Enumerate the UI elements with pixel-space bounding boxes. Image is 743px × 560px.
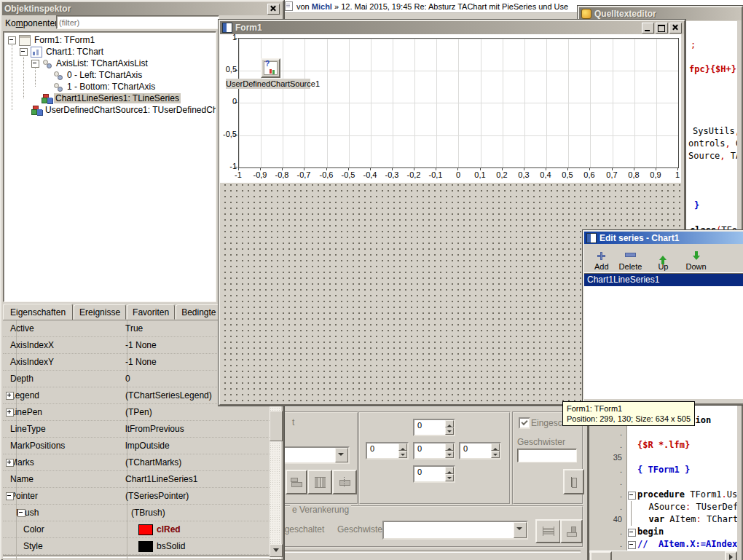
chart-control[interactable]: 1 0,5 0 -0,5 -1 -1 -0,9 -0,8 -0,7 -0,6 -… — [220, 34, 681, 183]
code-line: . — [584, 427, 737, 439]
collapse-minus-icon[interactable] — [31, 60, 39, 68]
property-row[interactable]: Marks(TChartMarks) — [3, 454, 270, 471]
x-tick-label: 0,5 — [556, 170, 579, 179]
tree-item-lineseries[interactable]: Chart1LineSeries1: TLineSeries — [4, 92, 216, 104]
close-icon[interactable] — [267, 4, 280, 15]
enabled-checkbox[interactable] — [519, 417, 530, 429]
series-list-item[interactable]: Chart1LineSeries1 — [584, 274, 743, 286]
form-title: Form1 — [235, 23, 262, 33]
component-tree[interactable]: Form1: TForm1 Chart1: TChart AxisList: T… — [3, 31, 216, 302]
code-line: .{ TForm1 } — [584, 464, 737, 476]
code-fragment: fpc}{$H+} — [689, 64, 736, 74]
y-tick-label: -0,5 — [221, 130, 237, 138]
spinner-up-icon[interactable] — [445, 443, 454, 451]
down-button[interactable]: Down — [683, 246, 709, 271]
collapse-minus-icon[interactable] — [20, 48, 28, 56]
x-tick-label: -1 — [227, 170, 250, 179]
align-hcenter-icon — [339, 477, 350, 487]
borderspace-around-spin[interactable]: 0 — [413, 442, 455, 460]
property-row[interactable]: Pointer(TSeriesPointer) — [3, 488, 270, 505]
property-row[interactable]: LinePen(TPen) — [3, 404, 270, 421]
spinner-down-icon[interactable] — [445, 474, 454, 481]
chartsource-label[interactable]: UserDefinedChartSource1 — [226, 79, 310, 89]
series-list[interactable]: Chart1LineSeries1 — [584, 273, 743, 399]
browser-tab-title[interactable]: von Michl » 12. Mai 2015, 19:45 Re: Abst… — [296, 2, 568, 11]
spinner-down-icon[interactable] — [445, 451, 454, 458]
anchor-align-button[interactable] — [332, 470, 357, 494]
tab-eigenschaften[interactable]: Eigenschaften — [3, 304, 73, 320]
edit-series-titlebar[interactable]: Edit series - Chart1 — [584, 232, 743, 244]
borderspace-bottom-spin[interactable]: 0 — [413, 465, 455, 483]
add-button[interactable]: Add — [591, 246, 612, 271]
delete-button[interactable]: Delete — [616, 246, 645, 271]
scroll-down-button[interactable] — [270, 544, 283, 557]
form-titlebar[interactable]: Form1 — [220, 21, 684, 34]
borderspace-top-spin[interactable]: 0 — [413, 419, 455, 436]
x-tick-label: -0,5 — [337, 170, 360, 179]
screen: von Michl » 12. Mai 2015, 19:45 Re: Abst… — [0, 0, 743, 560]
dropdown-arrow-icon[interactable] — [514, 522, 527, 538]
chartsource-component[interactable]: ? — [261, 58, 280, 78]
expand-plus-icon[interactable] — [6, 459, 14, 467]
scrollbar-thumb[interactable] — [270, 411, 283, 441]
anchor-align-button[interactable] — [535, 519, 561, 543]
scroll-right-button[interactable] — [725, 551, 737, 560]
y-tick-label: 0,5 — [221, 65, 237, 74]
spinner-up-icon[interactable] — [445, 420, 454, 427]
code-fragment: SysUtils, — [693, 126, 737, 136]
spinner-up-icon[interactable] — [491, 443, 500, 451]
collapse-minus-icon[interactable] — [17, 509, 25, 517]
tree-item-axis-bottom[interactable]: 1 - Bottom: TChartAxis — [4, 81, 216, 92]
expand-plus-icon[interactable] — [6, 392, 14, 400]
spinner-down-icon[interactable] — [491, 451, 500, 458]
maximize-icon[interactable] — [656, 23, 668, 33]
tree-item-form1[interactable]: Form1: TForm1 — [4, 34, 216, 46]
borderspace-left-spin[interactable]: 0 — [366, 442, 409, 460]
tree-item-axislist[interactable]: AxisList: TChartAxisList — [4, 58, 216, 69]
tree-item-chart1[interactable]: Chart1: TChart — [4, 46, 216, 58]
property-row[interactable]: LineTypeltFromPrevious — [3, 421, 270, 438]
borderspace-right-spin[interactable]: 0 — [459, 442, 501, 460]
property-row[interactable]: MarkPositionslmpOutside — [3, 438, 270, 454]
code-hscrollbar[interactable] — [581, 551, 737, 560]
tree-item-chartsource[interactable]: UserDefinedChartSource1: TUserDefinedCha… — [4, 104, 216, 116]
spinner-down-icon[interactable] — [398, 451, 407, 458]
spinner-up-icon[interactable] — [445, 467, 454, 474]
edit-series-toolbar: Add Delete Up Down — [584, 244, 743, 273]
anchor-align-button[interactable] — [563, 469, 584, 494]
sibling-edit[interactable] — [517, 449, 577, 462]
component-filter-input[interactable] — [56, 15, 219, 29]
source-editor-titlebar[interactable]: Quelltexteditor — [579, 7, 742, 20]
anchor-align-button[interactable] — [560, 519, 583, 543]
style-swatch[interactable] — [138, 541, 153, 552]
fold-minus-icon[interactable] — [628, 529, 636, 537]
up-button[interactable]: Up — [655, 246, 671, 271]
align-vcenter-icon — [315, 477, 326, 488]
tab-ereignisse[interactable]: Ereignisse — [74, 304, 126, 320]
collapse-minus-icon[interactable] — [8, 36, 16, 44]
fold-minus-icon[interactable] — [628, 492, 636, 500]
anchor-align-button[interactable] — [286, 470, 307, 494]
hscroll-thumb[interactable] — [590, 551, 612, 560]
x-tick-label: 0,3 — [512, 170, 535, 179]
minimize-icon[interactable] — [642, 23, 654, 33]
spinner-up-icon[interactable] — [398, 443, 407, 451]
tree-item-axis-left[interactable]: 0 - Left: TChartAxis — [4, 69, 216, 81]
close-icon[interactable] — [669, 23, 682, 33]
property-row[interactable]: NameChart1LineSeries1 — [3, 471, 270, 488]
property-row[interactable]: ColorclRed — [3, 521, 270, 538]
tab-favoriten[interactable]: Favoriten — [127, 304, 175, 320]
spinner-down-icon[interactable] — [445, 427, 454, 435]
anchor-align-button[interactable] — [307, 470, 332, 494]
code-block[interactable]: .implementation . .{$R *.lfm} 35 .{ TFor… — [584, 414, 737, 551]
property-row[interactable]: Brush(TBrush) — [3, 505, 270, 521]
object-inspector-titlebar[interactable]: Objektinspektor — [2, 2, 282, 15]
collapse-minus-icon[interactable] — [6, 492, 14, 500]
anchor-borderspace-group: 0 0 0 0 0 — [358, 411, 511, 505]
bottom-sibling-combo[interactable] — [382, 521, 528, 540]
dropdown-arrow-icon[interactable] — [335, 448, 348, 462]
expand-plus-icon[interactable] — [6, 409, 14, 417]
property-row[interactable]: StylebsSolid — [3, 538, 270, 555]
color-swatch[interactable] — [138, 524, 153, 535]
fold-minus-icon[interactable] — [628, 541, 636, 549]
